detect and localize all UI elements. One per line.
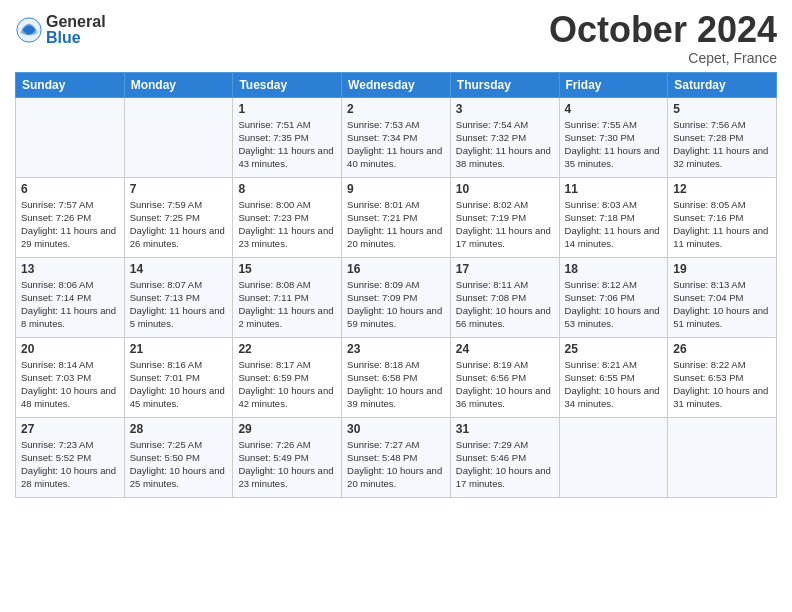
day-number: 12 — [673, 182, 771, 196]
week-row-3: 13Sunrise: 8:06 AMSunset: 7:14 PMDayligh… — [16, 257, 777, 337]
day-number: 2 — [347, 102, 445, 116]
day-cell — [16, 97, 125, 177]
day-cell: 23Sunrise: 8:18 AMSunset: 6:58 PMDayligh… — [342, 337, 451, 417]
day-number: 17 — [456, 262, 554, 276]
day-info: Sunrise: 8:17 AMSunset: 6:59 PMDaylight:… — [238, 358, 336, 411]
day-info: Sunrise: 8:08 AMSunset: 7:11 PMDaylight:… — [238, 278, 336, 331]
month-title: October 2024 — [549, 10, 777, 50]
day-number: 6 — [21, 182, 119, 196]
day-cell: 5Sunrise: 7:56 AMSunset: 7:28 PMDaylight… — [668, 97, 777, 177]
day-info: Sunrise: 8:16 AMSunset: 7:01 PMDaylight:… — [130, 358, 228, 411]
logo-text: General Blue — [46, 14, 106, 46]
day-cell: 11Sunrise: 8:03 AMSunset: 7:18 PMDayligh… — [559, 177, 668, 257]
day-info: Sunrise: 8:02 AMSunset: 7:19 PMDaylight:… — [456, 198, 554, 251]
day-cell: 13Sunrise: 8:06 AMSunset: 7:14 PMDayligh… — [16, 257, 125, 337]
location: Cepet, France — [549, 50, 777, 66]
day-info: Sunrise: 8:03 AMSunset: 7:18 PMDaylight:… — [565, 198, 663, 251]
day-cell: 25Sunrise: 8:21 AMSunset: 6:55 PMDayligh… — [559, 337, 668, 417]
day-number: 10 — [456, 182, 554, 196]
day-number: 20 — [21, 342, 119, 356]
day-info: Sunrise: 7:23 AMSunset: 5:52 PMDaylight:… — [21, 438, 119, 491]
day-number: 26 — [673, 342, 771, 356]
day-cell: 4Sunrise: 7:55 AMSunset: 7:30 PMDaylight… — [559, 97, 668, 177]
day-number: 18 — [565, 262, 663, 276]
day-number: 24 — [456, 342, 554, 356]
day-info: Sunrise: 7:29 AMSunset: 5:46 PMDaylight:… — [456, 438, 554, 491]
logo-blue: Blue — [46, 30, 106, 46]
day-number: 30 — [347, 422, 445, 436]
day-info: Sunrise: 7:25 AMSunset: 5:50 PMDaylight:… — [130, 438, 228, 491]
day-cell: 26Sunrise: 8:22 AMSunset: 6:53 PMDayligh… — [668, 337, 777, 417]
day-cell: 24Sunrise: 8:19 AMSunset: 6:56 PMDayligh… — [450, 337, 559, 417]
col-sunday: Sunday — [16, 72, 125, 97]
title-area: October 2024 Cepet, France — [549, 10, 777, 66]
day-cell: 20Sunrise: 8:14 AMSunset: 7:03 PMDayligh… — [16, 337, 125, 417]
logo: General Blue — [15, 14, 106, 46]
col-friday: Friday — [559, 72, 668, 97]
day-number: 13 — [21, 262, 119, 276]
day-number: 28 — [130, 422, 228, 436]
day-cell: 6Sunrise: 7:57 AMSunset: 7:26 PMDaylight… — [16, 177, 125, 257]
day-info: Sunrise: 7:51 AMSunset: 7:35 PMDaylight:… — [238, 118, 336, 171]
day-info: Sunrise: 7:56 AMSunset: 7:28 PMDaylight:… — [673, 118, 771, 171]
day-number: 7 — [130, 182, 228, 196]
day-cell — [668, 417, 777, 497]
day-cell: 14Sunrise: 8:07 AMSunset: 7:13 PMDayligh… — [124, 257, 233, 337]
page-header: General Blue October 2024 Cepet, France — [15, 10, 777, 66]
day-number: 27 — [21, 422, 119, 436]
col-saturday: Saturday — [668, 72, 777, 97]
day-info: Sunrise: 8:12 AMSunset: 7:06 PMDaylight:… — [565, 278, 663, 331]
day-number: 25 — [565, 342, 663, 356]
col-monday: Monday — [124, 72, 233, 97]
week-row-5: 27Sunrise: 7:23 AMSunset: 5:52 PMDayligh… — [16, 417, 777, 497]
day-info: Sunrise: 8:00 AMSunset: 7:23 PMDaylight:… — [238, 198, 336, 251]
day-cell: 21Sunrise: 8:16 AMSunset: 7:01 PMDayligh… — [124, 337, 233, 417]
day-info: Sunrise: 7:26 AMSunset: 5:49 PMDaylight:… — [238, 438, 336, 491]
day-number: 16 — [347, 262, 445, 276]
day-info: Sunrise: 8:22 AMSunset: 6:53 PMDaylight:… — [673, 358, 771, 411]
day-cell: 1Sunrise: 7:51 AMSunset: 7:35 PMDaylight… — [233, 97, 342, 177]
day-info: Sunrise: 8:11 AMSunset: 7:08 PMDaylight:… — [456, 278, 554, 331]
day-cell: 16Sunrise: 8:09 AMSunset: 7:09 PMDayligh… — [342, 257, 451, 337]
day-info: Sunrise: 8:18 AMSunset: 6:58 PMDaylight:… — [347, 358, 445, 411]
day-cell: 8Sunrise: 8:00 AMSunset: 7:23 PMDaylight… — [233, 177, 342, 257]
day-info: Sunrise: 8:01 AMSunset: 7:21 PMDaylight:… — [347, 198, 445, 251]
calendar-page: General Blue October 2024 Cepet, France … — [0, 0, 792, 513]
day-number: 11 — [565, 182, 663, 196]
day-cell — [559, 417, 668, 497]
logo-general: General — [46, 14, 106, 30]
day-cell: 12Sunrise: 8:05 AMSunset: 7:16 PMDayligh… — [668, 177, 777, 257]
day-number: 31 — [456, 422, 554, 436]
col-thursday: Thursday — [450, 72, 559, 97]
week-row-4: 20Sunrise: 8:14 AMSunset: 7:03 PMDayligh… — [16, 337, 777, 417]
day-number: 9 — [347, 182, 445, 196]
day-number: 14 — [130, 262, 228, 276]
week-row-2: 6Sunrise: 7:57 AMSunset: 7:26 PMDaylight… — [16, 177, 777, 257]
day-info: Sunrise: 8:07 AMSunset: 7:13 PMDaylight:… — [130, 278, 228, 331]
day-cell: 10Sunrise: 8:02 AMSunset: 7:19 PMDayligh… — [450, 177, 559, 257]
day-number: 23 — [347, 342, 445, 356]
day-info: Sunrise: 7:59 AMSunset: 7:25 PMDaylight:… — [130, 198, 228, 251]
header-row: Sunday Monday Tuesday Wednesday Thursday… — [16, 72, 777, 97]
day-cell: 7Sunrise: 7:59 AMSunset: 7:25 PMDaylight… — [124, 177, 233, 257]
day-info: Sunrise: 8:09 AMSunset: 7:09 PMDaylight:… — [347, 278, 445, 331]
day-info: Sunrise: 8:13 AMSunset: 7:04 PMDaylight:… — [673, 278, 771, 331]
day-number: 15 — [238, 262, 336, 276]
day-cell — [124, 97, 233, 177]
day-number: 5 — [673, 102, 771, 116]
day-cell: 9Sunrise: 8:01 AMSunset: 7:21 PMDaylight… — [342, 177, 451, 257]
day-info: Sunrise: 8:21 AMSunset: 6:55 PMDaylight:… — [565, 358, 663, 411]
day-info: Sunrise: 8:19 AMSunset: 6:56 PMDaylight:… — [456, 358, 554, 411]
week-row-1: 1Sunrise: 7:51 AMSunset: 7:35 PMDaylight… — [16, 97, 777, 177]
day-cell: 29Sunrise: 7:26 AMSunset: 5:49 PMDayligh… — [233, 417, 342, 497]
col-wednesday: Wednesday — [342, 72, 451, 97]
day-number: 8 — [238, 182, 336, 196]
day-info: Sunrise: 7:57 AMSunset: 7:26 PMDaylight:… — [21, 198, 119, 251]
day-number: 29 — [238, 422, 336, 436]
day-number: 22 — [238, 342, 336, 356]
day-number: 3 — [456, 102, 554, 116]
day-number: 21 — [130, 342, 228, 356]
day-info: Sunrise: 8:05 AMSunset: 7:16 PMDaylight:… — [673, 198, 771, 251]
calendar-table: Sunday Monday Tuesday Wednesday Thursday… — [15, 72, 777, 498]
day-number: 1 — [238, 102, 336, 116]
